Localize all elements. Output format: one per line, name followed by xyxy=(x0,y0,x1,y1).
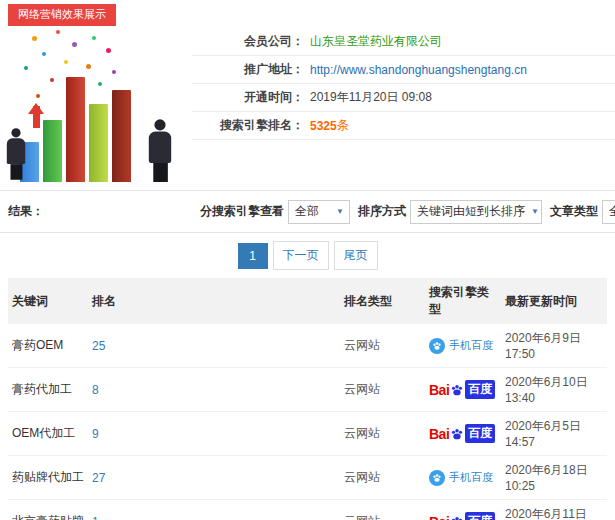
sort-filter-select[interactable]: 关键词由短到长排序 ▼ xyxy=(410,200,542,224)
rank-cell: 9 xyxy=(88,412,340,456)
confetti-dot xyxy=(32,36,37,41)
engine-filter-label: 分搜索引擎查看 xyxy=(200,203,284,220)
sort-filter-label: 排序方式 xyxy=(358,203,406,220)
paw-icon xyxy=(450,427,464,441)
paw-icon xyxy=(432,341,442,351)
filter-bar: 结果： 分搜索引擎查看 全部 ▼ 排序方式 关键词由短到长排序 ▼ 文章类型 全… xyxy=(0,190,615,233)
rank-type-cell: 云网站 xyxy=(340,324,425,368)
updated-cell: 2020年6月11日 11:18 xyxy=(501,500,607,520)
engine-type-cell: 手机百度 xyxy=(425,456,501,500)
results-table: 关键词 排名 排名类型 搜索引擎类型 最新更新时间 膏药OEM25云网站手机百度… xyxy=(8,278,607,520)
pagination: 1 下一页 尾页 xyxy=(0,233,615,278)
engine-type-cell: Bai百度 xyxy=(425,412,501,456)
engine-label: 百度 xyxy=(465,424,495,443)
rank-link[interactable]: 9 xyxy=(92,427,99,441)
promo-url-link[interactable]: http://www.shandonghuangshengtang.cn xyxy=(310,63,527,77)
keyword-cell: 北京膏药贴牌 xyxy=(8,500,88,520)
table-row: 膏药OEM25云网站手机百度2020年6月9日 17:50 xyxy=(8,324,607,368)
engine-filter-value: 全部 xyxy=(295,203,319,220)
chevron-down-icon: ▼ xyxy=(531,207,539,216)
confetti-dot xyxy=(64,60,68,64)
paw-icon xyxy=(450,383,464,397)
updated-cell: 2020年6月10日 13:40 xyxy=(501,368,607,412)
chart-bar xyxy=(43,120,62,182)
rank-link[interactable]: 25 xyxy=(92,339,105,353)
rank-count-unit: 条 xyxy=(337,117,349,134)
results-table-body: 膏药OEM25云网站手机百度2020年6月9日 17:50膏药代加工8云网站Ba… xyxy=(8,324,607,520)
keyword-cell: 膏药代加工 xyxy=(8,368,88,412)
rank-count-value: 5325 xyxy=(310,119,337,133)
rank-cell: 1 xyxy=(88,500,340,520)
article-type-select[interactable]: 全部 ▼ xyxy=(602,200,615,224)
engine-type-cell: Bai百度 xyxy=(425,500,501,520)
paw-icon xyxy=(450,515,464,520)
rank-type-cell: 云网站 xyxy=(340,456,425,500)
header-rank-type: 排名类型 xyxy=(340,278,425,324)
businessman-figure xyxy=(7,128,25,180)
updated-cell: 2020年6月18日 10:25 xyxy=(501,456,607,500)
bar-group xyxy=(20,77,131,182)
confetti-dot xyxy=(86,64,91,69)
engine-filter-select[interactable]: 全部 ▼ xyxy=(288,200,350,224)
last-page-button[interactable]: 尾页 xyxy=(334,241,378,270)
table-header-row: 关键词 排名 排名类型 搜索引擎类型 最新更新时间 xyxy=(8,278,607,324)
rank-type-cell: 云网站 xyxy=(340,368,425,412)
updated-cell: 2020年6月5日 14:57 xyxy=(501,412,607,456)
chart-bar xyxy=(89,104,108,182)
baidu-prefix: Bai xyxy=(429,382,449,398)
engine-label: 手机百度 xyxy=(449,470,493,485)
baidu-prefix: Bai xyxy=(429,426,449,442)
rank-count-label: 搜索引擎排名： xyxy=(192,117,304,134)
company-label: 会员公司： xyxy=(192,33,304,50)
rank-cell: 25 xyxy=(88,324,340,368)
table-row: OEM代加工9云网站Bai百度2020年6月5日 14:57 xyxy=(8,412,607,456)
info-row-url: 推广地址： http://www.shandonghuangshengtang.… xyxy=(192,56,615,84)
baidu-paw-icon xyxy=(450,515,464,520)
confetti-dot xyxy=(72,42,77,47)
rank-cell: 27 xyxy=(88,456,340,500)
baidu-logo: Bai百度 xyxy=(429,512,495,520)
table-row: 药贴牌代加工27云网站手机百度2020年6月18日 10:25 xyxy=(8,456,607,500)
account-info: 会员公司： 山东皇圣堂药业有限公司 推广地址： http://www.shand… xyxy=(192,24,615,140)
company-name-link[interactable]: 山东皇圣堂药业有限公司 xyxy=(310,33,442,50)
engine-label: 百度 xyxy=(465,380,495,399)
hero-section: 会员公司： 山东皇圣堂药业有限公司 推广地址： http://www.shand… xyxy=(0,24,615,190)
rank-cell: 8 xyxy=(88,368,340,412)
table-row: 北京膏药贴牌1云网站Bai百度2020年6月11日 11:18 xyxy=(8,500,607,520)
growth-arrow-icon xyxy=(33,106,40,128)
open-time-label: 开通时间： xyxy=(192,89,304,106)
confetti-dot xyxy=(112,70,116,74)
mobile-baidu-logo: 手机百度 xyxy=(429,470,493,486)
marketing-report-page: 网络营销效果展示 xyxy=(0,0,615,520)
confetti-dot xyxy=(24,66,28,70)
mobile-baidu-icon xyxy=(429,338,445,354)
open-time-value: 2019年11月20日 09:08 xyxy=(310,89,432,106)
baidu-prefix: Bai xyxy=(429,514,449,520)
keyword-cell: 药贴牌代加工 xyxy=(8,456,88,500)
confetti-dot xyxy=(92,36,96,40)
header-engine-type: 搜索引擎类型 xyxy=(425,278,501,324)
confetti-dot xyxy=(42,52,46,56)
engine-label: 百度 xyxy=(465,512,495,520)
header-keyword: 关键词 xyxy=(8,278,88,324)
rank-link[interactable]: 27 xyxy=(92,471,105,485)
page-title: 网络营销效果展示 xyxy=(8,4,116,26)
rank-link[interactable]: 1 xyxy=(92,515,99,520)
mobile-baidu-icon xyxy=(429,470,445,486)
keyword-cell: 膏药OEM xyxy=(8,324,88,368)
baidu-paw-icon xyxy=(450,427,464,441)
topbar: 网络营销效果展示 xyxy=(0,0,615,24)
next-page-button[interactable]: 下一页 xyxy=(273,241,329,270)
chart-bar xyxy=(66,77,85,182)
article-type-value: 全部 xyxy=(609,203,615,220)
info-row-open-time: 开通时间： 2019年11月20日 09:08 xyxy=(192,84,615,112)
businessman-figure xyxy=(149,119,171,182)
rank-link[interactable]: 8 xyxy=(92,383,99,397)
page-button-current[interactable]: 1 xyxy=(238,243,268,269)
updated-cell: 2020年6月9日 17:50 xyxy=(501,324,607,368)
sort-filter-value: 关键词由短到长排序 xyxy=(417,203,525,220)
promo-url-label: 推广地址： xyxy=(192,61,304,78)
header-rank: 排名 xyxy=(88,278,340,324)
confetti-dot xyxy=(56,30,60,34)
info-row-rank-count: 搜索引擎排名： 5325 条 xyxy=(192,112,615,140)
